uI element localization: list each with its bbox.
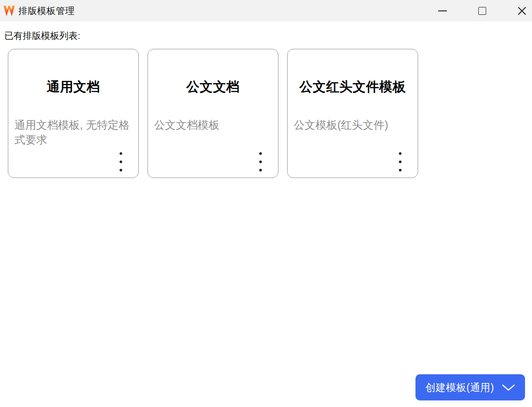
template-card-general[interactable]: 通用文档 通用文档模板, 无特定格式要求	[8, 49, 139, 178]
titlebar: 排版模板管理	[0, 0, 532, 21]
minimize-icon	[438, 10, 447, 11]
create-template-button[interactable]: 创建模板(通用)	[415, 374, 525, 400]
window-controls	[413, 0, 532, 21]
kebab-menu-button[interactable]	[396, 150, 404, 173]
chevron-down-icon[interactable]	[502, 384, 515, 391]
template-description: 公文文档模板	[148, 118, 278, 133]
window-title: 排版模板管理	[18, 5, 75, 17]
close-button[interactable]	[512, 0, 532, 21]
kebab-menu-icon	[259, 152, 262, 155]
kebab-menu-button[interactable]	[257, 150, 264, 173]
template-list-label: 已有排版模板列表:	[4, 30, 80, 42]
kebab-menu-icon	[120, 152, 122, 155]
template-card-list: 通用文档 通用文档模板, 无特定格式要求 公文文档 公文文档模板 公文红头文件模…	[8, 49, 418, 178]
template-description: 通用文档模板, 无特定格式要求	[8, 118, 138, 147]
wps-logo-icon	[3, 5, 15, 17]
template-card-redheader[interactable]: 公文红头文件模板 公文模板(红头文件)	[287, 49, 418, 178]
template-title: 通用文档	[8, 78, 138, 96]
template-card-official[interactable]: 公文文档 公文文档模板	[148, 49, 278, 178]
template-title: 公文文档	[148, 78, 278, 96]
kebab-menu-button[interactable]	[117, 150, 125, 173]
close-icon	[518, 7, 526, 15]
minimize-button[interactable]	[432, 0, 453, 21]
maximize-button[interactable]	[472, 0, 492, 21]
maximize-icon	[478, 7, 486, 15]
template-title: 公文红头文件模板	[288, 78, 418, 96]
kebab-menu-icon	[399, 152, 402, 155]
create-template-label: 创建模板(通用)	[426, 381, 494, 394]
template-description: 公文模板(红头文件)	[288, 118, 418, 133]
